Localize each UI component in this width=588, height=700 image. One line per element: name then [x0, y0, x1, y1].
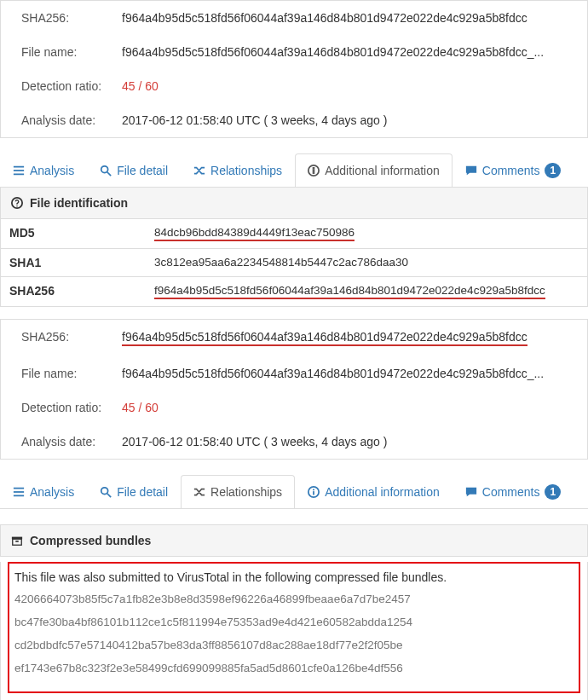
- analysis-date-label: Analysis date:: [21, 113, 122, 127]
- tab-label: Analysis: [30, 485, 74, 499]
- file-summary-top: SHA256: f964a4b95d5c518fd56f06044af39a14…: [0, 0, 588, 138]
- tab-votes[interactable]: Vote: [574, 153, 588, 187]
- sha1-value: 3c812ea95aa6a2234548814b5447c2ac786daa30: [154, 256, 579, 269]
- compressed-bundles-panel: This file was also submitted to VirusTot…: [0, 562, 588, 700]
- svg-rect-2: [14, 174, 24, 176]
- tab-label: Relationships: [210, 164, 282, 177]
- tab-analysis[interactable]: Analysis: [0, 475, 87, 508]
- svg-rect-11: [14, 491, 24, 493]
- tab-label: Comments: [482, 164, 540, 177]
- detection-ratio-value: 45 / 60: [122, 401, 580, 414]
- search-icon: [100, 486, 112, 498]
- tab-additional-information[interactable]: Additional information: [295, 153, 453, 188]
- svg-point-3: [101, 166, 108, 173]
- svg-rect-20: [15, 541, 19, 542]
- svg-rect-17: [313, 489, 314, 491]
- svg-line-4: [107, 172, 111, 176]
- svg-rect-12: [14, 495, 24, 497]
- compressed-intro: This file was also submitted to VirusTot…: [14, 570, 574, 584]
- info-icon: [308, 486, 320, 498]
- bundle-hash[interactable]: ef1743e67b8c323f2e3e58499cfd699099885fa5…: [14, 662, 574, 674]
- md5-value: 84dcb96bdd84389d4449f13eac750986: [154, 226, 355, 241]
- sha1-row: SHA1 3c812ea95aa6a2234548814b5447c2ac786…: [1, 249, 587, 277]
- tab-comments[interactable]: Comments 1: [453, 475, 574, 508]
- tab-label: Additional information: [325, 164, 440, 177]
- question-icon: [11, 197, 23, 209]
- tabs-additional: Analysis File detail Relationships Addit…: [0, 153, 588, 188]
- shuffle-icon: [193, 486, 205, 498]
- heading-text: File identification: [30, 196, 128, 210]
- file-summary-mid: SHA256: f964a4b95d5c518fd56f06044af39a14…: [0, 319, 588, 460]
- file-identification-table: MD5 84dcb96bdd84389d4449f13eac750986 SHA…: [0, 219, 588, 307]
- tab-relationships[interactable]: Relationships: [181, 153, 295, 187]
- compressed-bundles-heading: Compressed bundles: [0, 524, 588, 557]
- bundle-hash[interactable]: bc47fe30ba4bf86101b112ce1c5f811994e75353…: [14, 616, 574, 628]
- sha256-row: SHA256 f964a4b95d5c518fd56f06044af39a146…: [1, 277, 587, 306]
- comment-icon: [465, 486, 477, 498]
- bundle-hash[interactable]: cd2bdbdfc57e57140412ba57be83da3ff8856107…: [14, 639, 574, 651]
- detection-ratio-label: Detection ratio:: [21, 401, 122, 414]
- filename-value: f964a4b95d5c518fd56f06044af39a146d84b801…: [122, 45, 580, 59]
- tab-additional-information[interactable]: Additional information: [295, 475, 453, 508]
- tab-label: File detail: [117, 164, 168, 177]
- svg-rect-6: [313, 170, 314, 173]
- analysis-date-value: 2017-06-12 01:58:40 UTC ( 3 weeks, 4 day…: [122, 113, 580, 127]
- detection-ratio-value: 45 / 60: [122, 79, 580, 93]
- tab-label: File detail: [117, 485, 168, 499]
- svg-point-9: [16, 205, 18, 207]
- list-icon: [13, 486, 25, 498]
- file-identification-heading: File identification: [0, 188, 588, 219]
- tab-label: Analysis: [30, 164, 74, 177]
- comment-icon: [465, 165, 477, 176]
- svg-rect-1: [14, 170, 24, 171]
- sha256-value: f964a4b95d5c518fd56f06044af39a146d84b801…: [154, 284, 545, 299]
- svg-line-14: [107, 494, 111, 497]
- detection-ratio-label: Detection ratio:: [21, 79, 122, 93]
- analysis-date-value: 2017-06-12 01:58:40 UTC ( 3 weeks, 4 day…: [122, 435, 580, 448]
- md5-row: MD5 84dcb96bdd84389d4449f13eac750986: [1, 219, 587, 249]
- tabs-relationships: Analysis File detail Relationships Addit…: [0, 475, 588, 509]
- compressed-bundles-box: This file was also submitted to VirusTot…: [8, 562, 580, 693]
- sha256-label: SHA256:: [21, 11, 122, 25]
- sha256-label: SHA256: [9, 284, 154, 299]
- svg-rect-10: [14, 488, 24, 489]
- tab-label: Relationships: [210, 485, 282, 499]
- tab-file-detail[interactable]: File detail: [87, 475, 181, 508]
- sha256-value: f964a4b95d5c518fd56f06044af39a146d84b801…: [122, 11, 580, 25]
- tab-label: Additional information: [325, 485, 440, 499]
- svg-point-13: [101, 488, 108, 495]
- tab-comments[interactable]: Comments 1: [453, 153, 574, 187]
- archive-icon: [11, 535, 23, 547]
- filename-label: File name:: [21, 367, 122, 380]
- svg-rect-0: [14, 166, 24, 168]
- search-icon: [100, 165, 112, 176]
- tab-analysis[interactable]: Analysis: [0, 153, 87, 187]
- tab-relationships[interactable]: Relationships: [181, 475, 295, 509]
- bundle-hash[interactable]: 4206664073b85f5c7a1fb82e3b8e8d3598ef9622…: [14, 593, 574, 605]
- shuffle-icon: [193, 165, 205, 176]
- svg-rect-16: [313, 491, 314, 495]
- filename-label: File name:: [21, 45, 122, 59]
- tab-file-detail[interactable]: File detail: [87, 153, 181, 187]
- svg-rect-7: [313, 168, 314, 170]
- list-icon: [13, 165, 25, 176]
- tab-label: Comments: [482, 485, 540, 499]
- comments-count-badge: 1: [545, 484, 561, 500]
- analysis-date-label: Analysis date:: [21, 435, 122, 448]
- md5-label: MD5: [9, 226, 154, 241]
- sha256-label: SHA256:: [21, 330, 122, 344]
- heading-text: Compressed bundles: [30, 534, 151, 547]
- filename-value: f964a4b95d5c518fd56f06044af39a146d84b801…: [122, 367, 580, 380]
- comments-count-badge: 1: [545, 163, 561, 178]
- sha1-label: SHA1: [9, 256, 154, 269]
- info-icon: [308, 165, 320, 176]
- sha256-link[interactable]: f964a4b95d5c518fd56f06044af39a146d84b801…: [122, 330, 527, 346]
